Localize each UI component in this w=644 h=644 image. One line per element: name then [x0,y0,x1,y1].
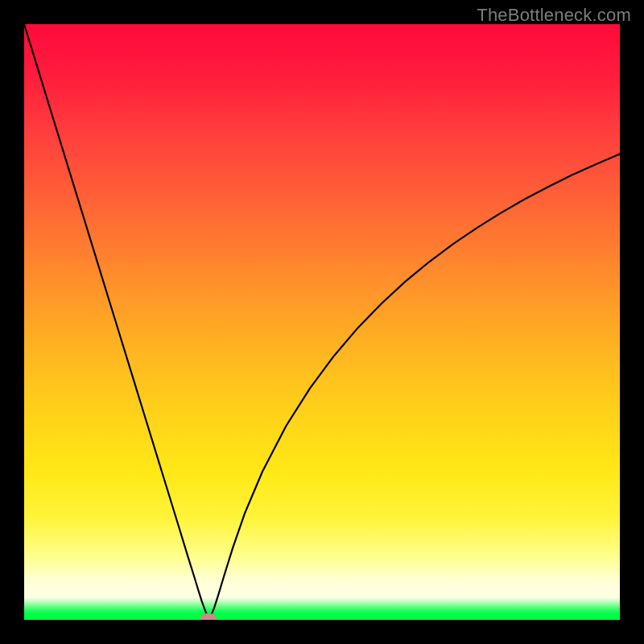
plot-area [24,24,620,620]
outer-frame: TheBottleneck.com [0,0,644,644]
bottleneck-curve [24,24,620,620]
min-marker [200,613,217,620]
watermark-text: TheBottleneck.com [477,5,631,26]
